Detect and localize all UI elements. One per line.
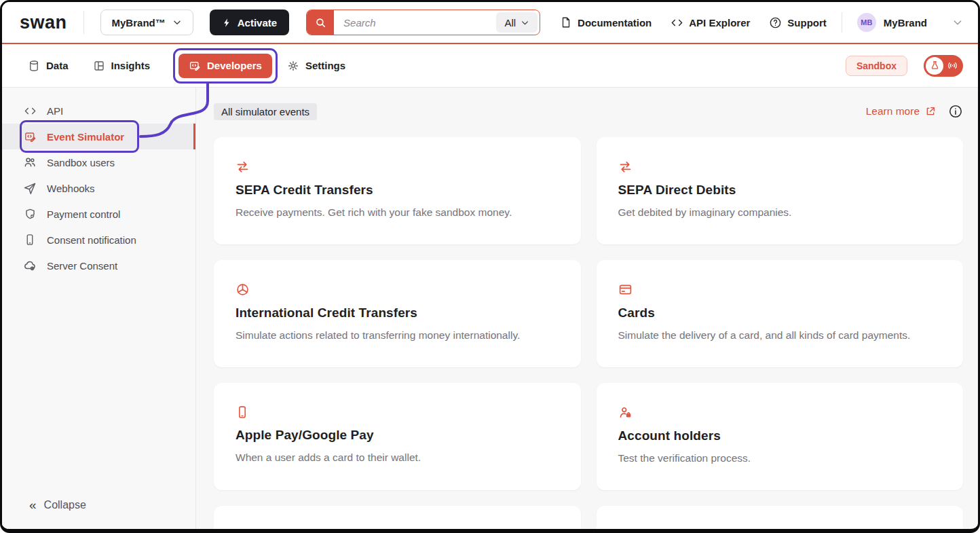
tab-data[interactable]: Data [28,60,69,72]
search-filter-dropdown[interactable]: All [496,12,538,33]
event-card-account-holders[interactable]: Account holders Test the verification pr… [597,383,964,490]
card-description: Simulate the delivery of a card, and all… [618,329,942,342]
sidebar-item-payment-control[interactable]: Payment control [2,201,195,227]
chevron-down-icon [172,18,182,27]
event-cards-grid: SEPA Credit Transfers Receive payments. … [214,137,963,529]
document-icon [560,16,572,29]
card-description: Test the verification process. [618,452,942,464]
cloud-icon [23,259,37,272]
developers-sidebar: API Event Simulator Sandbox users W [2,88,196,529]
documentation-label: Documentation [578,17,652,29]
tab-developers[interactable]: Developers [178,54,272,78]
partial-icon [235,528,559,529]
sidebar-item-label: API [47,105,63,117]
developers-icon [189,60,201,72]
divider [842,12,842,33]
sidebar-item-label: Payment control [47,208,120,220]
account-holder-icon [618,405,942,420]
chevron-down-icon [521,18,529,27]
event-card-cards[interactable]: Cards Simulate the delivery of a card, a… [597,260,964,367]
database-icon [28,60,40,72]
gear-icon [287,60,299,72]
search-bar: All [306,10,540,35]
tab-settings-label: Settings [305,60,345,71]
help-icon [769,16,782,29]
search-input[interactable] [334,10,494,35]
sidebar-item-event-simulator[interactable]: Event Simulator [2,124,195,149]
divider [83,11,84,34]
card-icon [618,282,942,297]
tab-data-label: Data [46,60,69,71]
live-signal-icon [943,60,961,71]
activate-button[interactable]: Activate [210,10,289,35]
collapse-sidebar-button[interactable]: « Collapse [2,498,195,513]
environment-controls: Sandbox [846,55,963,77]
tab-insights-label: Insights [111,60,151,71]
grid-icon [93,60,105,72]
users-icon [23,155,37,169]
api-explorer-link[interactable]: API Explorer [671,16,750,29]
tab-insights[interactable]: Insights [93,60,151,72]
api-explorer-label: API Explorer [689,17,750,29]
environment-toggle[interactable] [924,55,963,77]
card-title: Cards [618,306,942,320]
chevron-down-icon [952,17,963,28]
sidebar-item-api[interactable]: API [2,98,195,124]
tab-settings[interactable]: Settings [287,60,345,72]
sidebar-item-webhooks[interactable]: Webhooks [2,175,195,201]
content-header: All simulator events Learn more [214,101,963,122]
search-icon [315,17,326,29]
brand-selector[interactable]: MyBrand™ [100,10,193,35]
event-card-sepa-direct-debits[interactable]: SEPA Direct Debits Get debited by imagin… [597,137,964,244]
brand-selector-label: MyBrand™ [112,17,166,29]
globe-icon [235,282,559,297]
card-title: International Credit Transfers [235,306,559,320]
simulator-content: All simulator events Learn more [196,88,978,529]
event-card-sepa-credit-transfers[interactable]: SEPA Credit Transfers Receive payments. … [214,137,581,244]
sidebar-item-label: Sandbox users [47,157,115,168]
sidebar-item-consent-notification[interactable]: Consent notification [2,227,195,253]
card-title: SEPA Direct Debits [618,183,942,198]
card-description: Receive payments. Get rich with your fak… [235,206,559,219]
phone-icon [235,405,559,419]
sidebar-item-label: Server Consent [47,260,117,272]
avatar: MB [857,13,876,32]
event-card-partial[interactable] [597,506,964,529]
partial-icon [618,528,942,529]
filter-chip[interactable]: All simulator events [214,103,317,120]
search-filter-label: All [504,17,516,29]
app-window: swan MyBrand™ Activate All [0,0,980,533]
support-link[interactable]: Support [769,16,827,29]
account-menu[interactable]: MB MyBrand [857,13,963,32]
external-link-icon [925,106,936,117]
search-button[interactable] [307,10,334,35]
learn-more-label: Learn more [866,105,920,117]
page-body: API Event Simulator Sandbox users W [2,88,978,529]
double-chevron-left-icon: « [29,498,37,513]
sidebar-item-label: Consent notification [47,234,136,246]
sidebar-item-server-consent[interactable]: Server Consent [2,253,195,278]
sidebar-item-label: Webhooks [47,183,95,194]
flask-icon [926,57,943,75]
shield-check-icon [23,208,37,221]
lightning-icon [222,18,232,28]
documentation-link[interactable]: Documentation [560,16,652,29]
sidebar-item-label: Event Simulator [47,131,124,143]
info-icon[interactable] [948,104,963,119]
developers-annotation-box: Developers [173,48,278,84]
activate-label: Activate [238,17,277,29]
transfer-icon [235,160,559,174]
send-icon [23,181,37,195]
card-title: SEPA Credit Transfers [235,183,559,198]
account-name: MyBrand [884,17,927,29]
sandbox-badge: Sandbox [846,56,907,76]
sidebar-item-sandbox-users[interactable]: Sandbox users [2,149,195,175]
collapse-label: Collapse [44,499,86,511]
learn-more-link[interactable]: Learn more [866,105,936,117]
event-card-partial[interactable] [214,506,581,529]
event-card-apple-pay-google-pay[interactable]: Apple Pay/Google Pay When a user adds a … [214,383,581,490]
card-title: Apple Pay/Google Pay [235,428,559,443]
support-label: Support [787,17,827,29]
card-title: Account holders [618,428,942,443]
event-card-international-credit-transfers[interactable]: International Credit Transfers Simulate … [214,260,581,367]
